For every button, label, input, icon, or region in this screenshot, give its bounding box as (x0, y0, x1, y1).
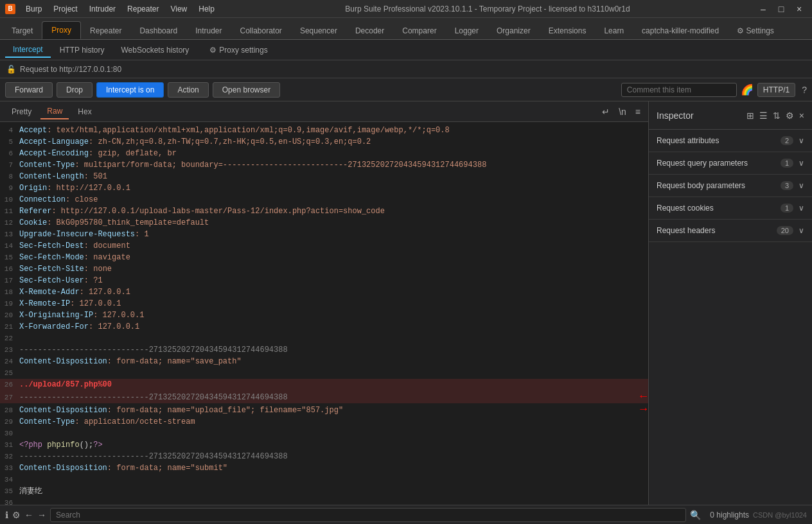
line-number: 17 (1, 275, 19, 286)
inspector-section-headers-header[interactable]: Request headers 20 ∨ (649, 220, 812, 241)
line-number: 4 (1, 125, 19, 136)
line-number: 24 (1, 356, 19, 367)
line-content: <?php phpinfo();?> (19, 439, 647, 451)
inspector-section-query-header[interactable]: Request query parameters 1 ∨ (649, 152, 812, 174)
line-content: X-Remote-IP: 127.0.0.1 (19, 298, 647, 310)
drop-button[interactable]: Drop (57, 82, 93, 98)
code-line-11: 11Referer: http://127.0.0.1/upload-labs-… (0, 205, 648, 217)
search-icon[interactable]: 🔍 (690, 510, 701, 520)
tab-repeater[interactable]: Repeater (81, 22, 130, 39)
intercept-button[interactable]: Intercept is on (96, 82, 164, 98)
line-content: Content-Type: application/octet-stream (19, 416, 647, 428)
tab-learn[interactable]: Learn (595, 22, 633, 39)
line-number: 6 (1, 148, 19, 159)
tab-sequencer[interactable]: Sequencer (291, 22, 346, 39)
tab-proxy[interactable]: Proxy (42, 21, 81, 39)
sub-tab-http-history[interactable]: HTTP history (52, 43, 112, 57)
grid-view-icon[interactable]: ⊞ (746, 110, 754, 121)
inspector-section-attributes-header[interactable]: Request attributes 2 ∨ (649, 130, 812, 152)
inspector-section-headers: Request headers 20 ∨ (649, 220, 812, 242)
settings-bottom-icon[interactable]: ⚙ (12, 510, 21, 520)
word-wrap-icon[interactable]: ↵ (599, 105, 612, 118)
navigate-forward-icon[interactable]: → (37, 510, 46, 520)
line-content: Accept-Language: zh-CN,zh;q=0.8,zh-TW;q=… (19, 136, 647, 148)
search-input[interactable] (50, 508, 686, 522)
chevron-down-icon: ∨ (799, 181, 804, 190)
comment-input[interactable] (621, 83, 737, 97)
line-content: Content-Length: 501 (19, 171, 647, 182)
maximize-button[interactable]: □ (773, 3, 789, 15)
window-controls[interactable]: – □ × (755, 3, 807, 15)
line-content: Origin: http://127.0.0.1 (19, 182, 647, 194)
minimize-button[interactable]: – (755, 3, 771, 15)
code-line-8: 8Content-Length: 501 (0, 171, 648, 182)
proxy-settings-label: Proxy settings (219, 46, 267, 55)
highlights-badge: 0 highlights (710, 511, 749, 520)
code-line-27: 27----------------------------2713252027… (0, 390, 648, 403)
sub-tab-bar: Intercept HTTP history WebSockets histor… (0, 40, 812, 60)
forward-button[interactable]: Forward (5, 82, 53, 98)
code-editor[interactable]: 4Accept: text/html,application/xhtml+xml… (0, 122, 648, 505)
line-content: Content-Disposition: form-data; name="sa… (19, 356, 647, 367)
inspector-section-query: Request query parameters 1 ∨ (649, 152, 812, 175)
line-content: X-Originating-IP: 127.0.0.1 (19, 310, 647, 321)
line-number: 9 (1, 182, 19, 194)
code-line-14: 14Sec-Fetch-Dest: document (0, 240, 648, 252)
crlf-icon[interactable]: \n (616, 105, 629, 118)
code-line-4: 4Accept: text/html,application/xhtml+xml… (0, 125, 648, 136)
line-content: ----------------------------271325202720… (19, 392, 637, 403)
settings-icon[interactable]: ⚙ (786, 110, 794, 121)
line-content: Sec-Fetch-Dest: document (19, 240, 647, 252)
line-content: ----------------------------271325202720… (19, 344, 647, 356)
menu-help[interactable]: Help (193, 3, 220, 15)
close-inspector-icon[interactable]: × (799, 110, 804, 121)
line-number: 33 (1, 462, 19, 474)
tab-collaborator[interactable]: Collaborator (231, 22, 291, 39)
proxy-settings-button[interactable]: ⚙ Proxy settings (203, 43, 274, 57)
line-number: 21 (1, 321, 19, 333)
tab-organizer[interactable]: Organizer (488, 22, 540, 39)
line-content: Sec-Fetch-Mode: navigate (19, 252, 647, 263)
open-browser-button[interactable]: Open browser (213, 82, 280, 98)
menu-bar[interactable]: Burp Project Intruder Repeater View Help (21, 3, 220, 15)
line-number: 29 (1, 416, 19, 428)
inspector-section-cookies-header[interactable]: Request cookies 1 ∨ (649, 197, 812, 219)
info-icon[interactable]: ℹ (5, 510, 8, 520)
menu-burp[interactable]: Burp (21, 3, 47, 15)
tab-target[interactable]: Target (3, 22, 42, 39)
list-view-icon[interactable]: ☰ (759, 110, 768, 121)
tab-captcha-killer[interactable]: captcha-killer-modified (633, 22, 728, 39)
menu-icon[interactable]: ≡ (633, 105, 643, 118)
navigate-back-icon[interactable]: ← (24, 510, 33, 520)
editor-tab-hex[interactable]: Hex (71, 105, 98, 119)
menu-repeater[interactable]: Repeater (122, 3, 164, 15)
http-version-badge[interactable]: HTTP/1 (757, 83, 795, 97)
code-line-36: 36 (0, 497, 648, 505)
tab-extensions[interactable]: Extensions (540, 22, 596, 39)
help-icon[interactable]: ? (802, 85, 807, 95)
chevron-down-icon: ∨ (799, 204, 804, 213)
line-number: 23 (1, 344, 19, 356)
tab-decoder[interactable]: Decoder (346, 22, 393, 39)
editor-tab-pretty[interactable]: Pretty (5, 105, 38, 119)
action-button[interactable]: Action (168, 82, 208, 98)
line-content: Accept-Encoding: gzip, deflate, br (19, 148, 647, 159)
code-line-28: 28Content-Disposition: form-data; name="… (0, 403, 648, 416)
tab-logger[interactable]: Logger (446, 22, 488, 39)
editor-tab-raw[interactable]: Raw (40, 104, 69, 119)
sub-tab-intercept[interactable]: Intercept (5, 42, 51, 58)
inspector-section-body-header[interactable]: Request body parameters 3 ∨ (649, 175, 812, 197)
menu-intruder[interactable]: Intruder (84, 3, 121, 15)
code-line-24: 24Content-Disposition: form-data; name="… (0, 356, 648, 367)
tab-settings[interactable]: ⚙ Settings (728, 22, 783, 39)
tab-intruder[interactable]: Intruder (186, 22, 231, 39)
menu-view[interactable]: View (165, 3, 192, 15)
line-content: X-Remote-Addr: 127.0.0.1 (19, 286, 647, 298)
close-button[interactable]: × (791, 3, 807, 15)
sub-tab-websockets-history[interactable]: WebSockets history (114, 43, 197, 57)
tab-dashboard[interactable]: Dashboard (130, 22, 186, 39)
sort-icon[interactable]: ⇅ (773, 110, 781, 121)
menu-project[interactable]: Project (48, 3, 82, 15)
tab-comparer[interactable]: Comparer (393, 22, 445, 39)
red-arrow-right: → (640, 403, 647, 415)
